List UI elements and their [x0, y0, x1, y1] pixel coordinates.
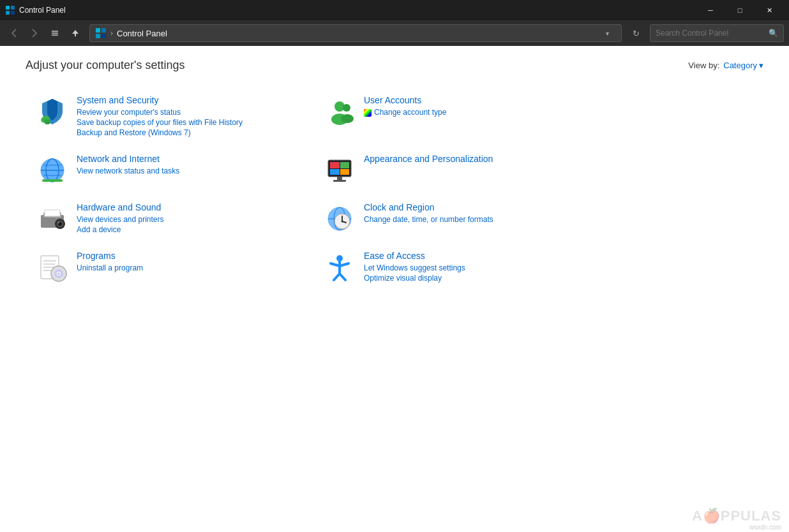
svg-point-13 — [341, 114, 354, 123]
page-header: Adjust your computer's settings View by:… — [26, 59, 763, 72]
category-appearance[interactable]: Appearance and Personalization — [313, 146, 600, 195]
search-button[interactable]: 🔍 — [769, 29, 778, 38]
appearance-content: Appearance and Personalization — [364, 154, 590, 166]
svg-rect-30 — [45, 210, 60, 216]
svg-rect-19 — [42, 179, 63, 182]
category-clock-region[interactable]: Clock and Region Change date, time, or n… — [313, 195, 600, 243]
recent-locations-button[interactable] — [46, 24, 64, 42]
svg-line-55 — [334, 274, 340, 280]
programs-icon — [36, 251, 69, 284]
svg-line-56 — [340, 274, 345, 280]
network-internet-content: Network and Internet View network status… — [77, 154, 303, 177]
svg-rect-22 — [330, 162, 340, 168]
network-internet-link-1[interactable]: View network status and tasks — [77, 166, 303, 175]
user-accounts-title[interactable]: User Accounts — [364, 95, 590, 105]
appearance-icon — [323, 154, 356, 187]
control-panel-icon — [5, 5, 15, 15]
svg-rect-5 — [101, 28, 106, 33]
view-by-control: View by: Category ▾ — [688, 61, 763, 70]
user-accounts-icon — [323, 95, 356, 128]
address-separator: › — [110, 29, 113, 38]
system-security-link-3[interactable]: Backup and Restore (Windows 7) — [77, 128, 303, 137]
category-network-internet[interactable]: Network and Internet View network status… — [26, 146, 313, 195]
svg-rect-0 — [6, 6, 10, 10]
view-by-value[interactable]: Category ▾ — [723, 61, 763, 70]
svg-point-12 — [343, 104, 350, 112]
svg-rect-23 — [340, 162, 349, 168]
category-hardware-sound[interactable]: Hardware and Sound View devices and prin… — [26, 195, 313, 243]
search-box[interactable]: 🔍 — [650, 24, 784, 42]
svg-rect-4 — [96, 28, 100, 33]
address-dropdown-button[interactable]: ▾ — [598, 24, 616, 42]
programs-title[interactable]: Programs — [77, 251, 303, 261]
svg-line-53 — [331, 263, 340, 266]
main-content: Adjust your computer's settings View by:… — [0, 46, 789, 532]
svg-rect-7 — [101, 34, 106, 38]
clock-region-icon — [323, 202, 356, 235]
search-input[interactable] — [656, 29, 769, 38]
programs-content: Programs Uninstall a program — [77, 251, 303, 274]
user-accounts-link-1[interactable]: Change account type — [364, 108, 590, 117]
category-programs[interactable]: Programs Uninstall a program — [26, 243, 313, 292]
svg-rect-25 — [340, 169, 349, 175]
ease-of-access-link-1[interactable]: Let Windows suggest settings — [364, 263, 590, 272]
categories-grid: System and Security Review your computer… — [26, 87, 600, 292]
system-security-link-1[interactable]: Review your computer's status — [77, 108, 303, 117]
minimize-button[interactable]: ─ — [696, 0, 725, 20]
svg-rect-24 — [330, 169, 340, 175]
svg-point-34 — [58, 222, 59, 223]
category-user-accounts[interactable]: User Accounts Change account type — [313, 87, 600, 146]
system-security-title[interactable]: System and Security — [77, 95, 303, 105]
appearance-title[interactable]: Appearance and Personalization — [364, 154, 590, 164]
hardware-sound-title[interactable]: Hardware and Sound — [77, 202, 303, 212]
svg-rect-27 — [333, 180, 346, 182]
forward-button[interactable] — [26, 24, 43, 42]
category-ease-of-access[interactable]: Ease of Access Let Windows suggest setti… — [313, 243, 600, 292]
back-button[interactable] — [5, 24, 23, 42]
title-bar: Control Panel ─ □ ✕ — [0, 0, 789, 20]
hardware-sound-content: Hardware and Sound View devices and prin… — [77, 202, 303, 235]
maximize-button[interactable]: □ — [725, 0, 755, 20]
window-title: Control Panel — [19, 6, 66, 15]
ease-of-access-content: Ease of Access Let Windows suggest setti… — [364, 251, 590, 284]
clock-region-link-1[interactable]: Change date, time, or number formats — [364, 215, 590, 224]
clock-region-content: Clock and Region Change date, time, or n… — [364, 202, 590, 225]
ease-of-access-title[interactable]: Ease of Access — [364, 251, 590, 261]
svg-line-54 — [340, 263, 349, 266]
programs-link-1[interactable]: Uninstall a program — [77, 263, 303, 272]
hardware-sound-link-1[interactable]: View devices and printers — [77, 215, 303, 224]
view-by-label: View by: — [688, 61, 719, 70]
window-controls: ─ □ ✕ — [696, 0, 784, 20]
watermark: A🍎PPULAS — [692, 508, 781, 524]
page-title: Adjust your computer's settings — [26, 59, 185, 72]
up-button[interactable] — [66, 24, 84, 42]
svg-rect-1 — [11, 6, 15, 10]
ease-of-access-icon — [323, 251, 356, 284]
network-internet-title[interactable]: Network and Internet — [77, 154, 303, 164]
network-internet-icon — [36, 154, 69, 187]
watermark-site: wsxdn.com — [749, 524, 781, 531]
address-text: Control Panel — [117, 29, 598, 38]
hardware-sound-icon — [36, 202, 69, 235]
ease-of-access-link-2[interactable]: Optimize visual display — [364, 274, 590, 283]
close-button[interactable]: ✕ — [755, 0, 784, 20]
address-bar[interactable]: › Control Panel ▾ — [89, 24, 622, 42]
address-bar-icon — [95, 27, 107, 39]
svg-point-50 — [58, 273, 60, 275]
hardware-sound-link-2[interactable]: Add a device — [77, 225, 303, 234]
svg-rect-6 — [96, 34, 100, 38]
system-security-content: System and Security Review your computer… — [77, 95, 303, 138]
navigation-bar: › Control Panel ▾ ↻ 🔍 — [0, 20, 789, 46]
svg-rect-2 — [6, 11, 10, 15]
system-security-icon — [36, 95, 69, 128]
clock-region-title[interactable]: Clock and Region — [364, 202, 590, 212]
title-bar-left: Control Panel — [5, 5, 66, 15]
category-system-security[interactable]: System and Security Review your computer… — [26, 87, 313, 146]
system-security-link-2[interactable]: Save backup copies of your files with Fi… — [77, 118, 303, 127]
user-accounts-content: User Accounts Change account type — [364, 95, 590, 118]
svg-rect-26 — [337, 177, 342, 180]
svg-rect-3 — [11, 11, 15, 15]
refresh-button[interactable]: ↻ — [627, 24, 645, 42]
